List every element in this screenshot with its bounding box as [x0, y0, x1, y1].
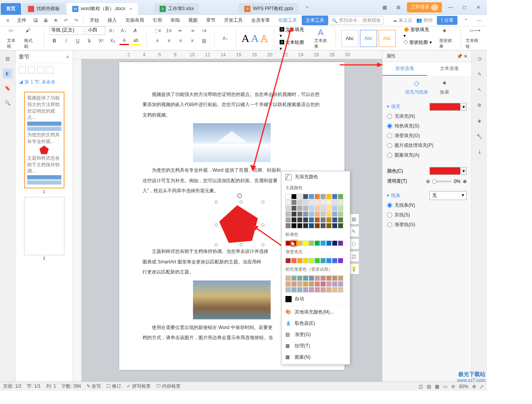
color-swatch[interactable] [320, 240, 326, 246]
wordart-style-3[interactable]: A [261, 32, 268, 45]
color-swatch[interactable] [332, 200, 337, 205]
color-swatch[interactable] [309, 223, 314, 228]
color-swatch[interactable] [309, 287, 314, 293]
menu-insert[interactable]: 插入 [104, 16, 121, 25]
eyedropper-option[interactable]: 💧取色器(E) [282, 318, 350, 329]
color-swatch[interactable] [315, 211, 320, 217]
maximize-button[interactable]: ◻ [459, 2, 470, 13]
underline-icon[interactable]: U [73, 37, 83, 45]
italic-icon[interactable]: I [61, 37, 71, 45]
font-size-select[interactable]: 小四 [86, 26, 105, 35]
color-swatch[interactable] [320, 205, 326, 211]
color-swatch[interactable] [338, 205, 343, 211]
color-swatch[interactable] [326, 205, 332, 211]
color-swatch[interactable] [315, 200, 320, 205]
color-swatch[interactable] [332, 223, 337, 228]
outline-icon[interactable]: ▤ [3, 54, 13, 64]
color-swatch[interactable] [297, 275, 303, 281]
pencil-icon[interactable]: ✎ [475, 69, 485, 79]
nav-btn-4[interactable] [47, 66, 54, 73]
color-swatch[interactable] [309, 194, 314, 199]
bold-icon[interactable]: B [49, 37, 59, 45]
color-swatch[interactable] [326, 281, 332, 287]
login-button[interactable]: 立即登录 [407, 2, 442, 12]
export-icon[interactable]: ⤓ [475, 147, 485, 157]
color-swatch[interactable] [291, 211, 297, 217]
color-swatch[interactable] [285, 275, 291, 281]
color-swatch[interactable] [297, 287, 303, 293]
shape-effect-button[interactable]: ◈形状效果 [438, 26, 457, 51]
radio-picture-fill[interactable]: 图片或纹理填充(P) [387, 141, 467, 150]
color-swatch[interactable] [320, 281, 326, 287]
color-swatch[interactable] [332, 275, 337, 281]
color-swatch[interactable] [303, 281, 308, 287]
menu-chapter[interactable]: 章节 [202, 16, 219, 25]
number-list-icon[interactable]: 1≡ [164, 26, 174, 35]
menu-view[interactable]: 视图 [184, 16, 202, 25]
status-content[interactable]: 🛡 内容检查 [156, 383, 181, 390]
color-swatch[interactable] [309, 275, 314, 281]
color-swatch[interactable] [315, 205, 320, 211]
increase-font-icon[interactable]: A↑ [107, 26, 117, 35]
indent-right-icon[interactable]: ⇥ [187, 26, 197, 35]
fill-section-header[interactable]: 填充 [387, 102, 400, 111]
shape-style-1[interactable]: Abc [341, 30, 358, 47]
wrench-icon[interactable]: 🔧 [475, 131, 485, 141]
line-spacing-icon[interactable]: ↕≡ [199, 26, 209, 35]
command-search[interactable]: 🔍 查找命令、搜索模板 [329, 16, 384, 25]
color-picker-button[interactable]: ▾ [429, 167, 467, 175]
color-swatch[interactable] [320, 287, 326, 293]
line-dropdown[interactable]: 无▾ [429, 191, 467, 200]
apps-icon[interactable]: ⊞ [393, 2, 404, 13]
color-swatch[interactable] [291, 200, 297, 205]
radio-gradient-line[interactable]: 渐变线(G) [387, 220, 467, 230]
fit-icon[interactable]: ⤢ [480, 384, 484, 389]
color-swatch[interactable] [291, 194, 297, 199]
bookmark-icon[interactable]: 🔖 [3, 83, 13, 93]
props-subtab-fill[interactable]: ◇填充与线条 [405, 79, 428, 96]
color-swatch[interactable] [320, 275, 326, 281]
zoom-out-icon[interactable]: ⊖ [451, 384, 455, 389]
bullet-list-icon[interactable]: ⋮≡ [152, 26, 162, 35]
color-swatch[interactable] [338, 240, 343, 246]
horizontal-ruler[interactable]: 24681012141618202224262830 [73, 50, 382, 59]
color-swatch[interactable] [291, 275, 297, 281]
chevron-up-icon[interactable]: ⌃ [461, 16, 471, 25]
menu-member[interactable]: 会员专享 [247, 16, 274, 25]
subscript-icon[interactable]: X₂ [108, 37, 118, 45]
view-mode-1-icon[interactable]: ◫ [419, 384, 423, 389]
shape-outline-button[interactable]: ◇ 形状轮廓 ▾ [403, 39, 432, 46]
more-colors-option[interactable]: 🎨其他填充颜色(M)... [282, 306, 350, 318]
color-swatch[interactable] [326, 287, 332, 293]
color-swatch[interactable] [309, 240, 314, 246]
color-swatch[interactable] [326, 194, 332, 199]
cursor-icon[interactable]: ↖ [475, 85, 485, 95]
texture-option[interactable]: ▦纹理(T) [282, 340, 350, 352]
line-section-header[interactable]: 线条 [387, 191, 400, 200]
radio-pattern-fill[interactable]: 图案填充(A) [387, 150, 467, 160]
color-swatch[interactable] [320, 258, 326, 263]
strike-icon[interactable]: S̶ [84, 37, 94, 45]
decrease-font-icon[interactable]: A↓ [118, 26, 129, 35]
collab-button[interactable]: 👥 协作 [416, 17, 433, 24]
color-swatch[interactable] [291, 281, 297, 287]
status-track[interactable]: ✎ 改写 [87, 383, 101, 390]
color-swatch[interactable] [297, 223, 303, 228]
color-swatch[interactable] [338, 211, 343, 217]
props-subtab-effect[interactable]: ✦效果 [440, 79, 449, 96]
color-swatch[interactable] [309, 258, 314, 263]
menu-drawing-tools[interactable]: 绘图工具 [275, 16, 301, 25]
color-swatch[interactable] [320, 194, 326, 199]
clear-format-icon[interactable]: A̸ [130, 26, 140, 35]
color-swatch[interactable] [332, 281, 337, 287]
page-thumb-1[interactable]: 视频提供了功能强大的方法帮助您证明您的观点... 为使您的文档具有专业外观...… [24, 92, 64, 188]
opacity-plus[interactable]: ⊕ [463, 179, 467, 184]
color-swatch[interactable] [320, 217, 326, 223]
page-thumb-2[interactable] [24, 197, 64, 255]
color-swatch[interactable] [285, 281, 291, 287]
color-swatch[interactable] [285, 211, 291, 217]
status-spell[interactable]: ✓ 拼写检查 [127, 383, 150, 390]
color-swatch[interactable] [285, 258, 291, 263]
color-swatch[interactable] [297, 281, 303, 287]
nav-section-1[interactable]: ◢ 第 1 节: 未命名 [16, 76, 73, 89]
